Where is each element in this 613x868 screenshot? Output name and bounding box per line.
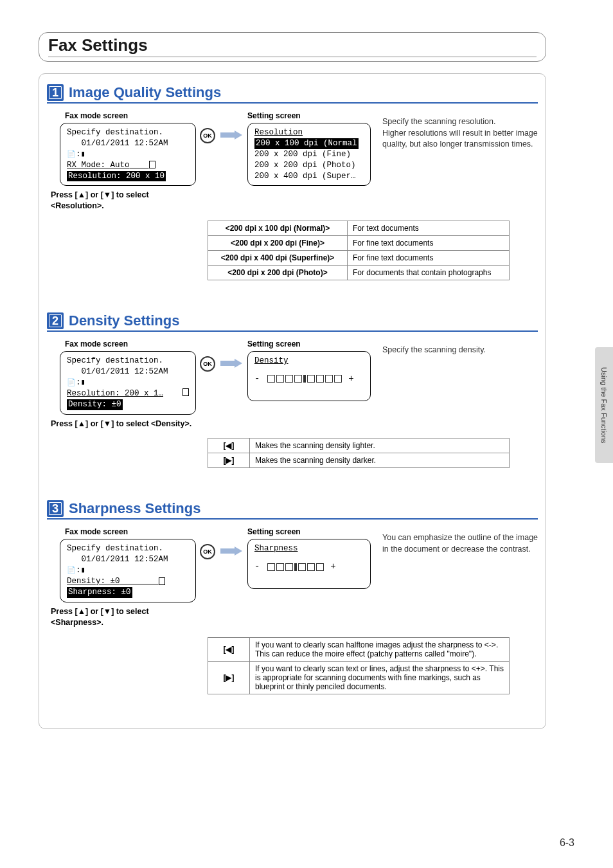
lcd-line-selected: Sharpness: ±0 xyxy=(67,587,189,598)
svg-marker-1 xyxy=(220,359,242,368)
section-title-1: Image Quality Settings xyxy=(69,84,221,101)
label-fax-mode-screen: Fax mode screen xyxy=(65,527,195,536)
page-title: Fax Settings xyxy=(48,35,537,57)
lcd-line: RX Mode: Auto xyxy=(67,160,189,171)
scroll-icon xyxy=(159,577,165,585)
section-title-3: Sharpness Settings xyxy=(69,500,200,517)
table-row: <200 dpi x 400 dpi (Superfine)> For fine… xyxy=(208,251,510,266)
lcd-line: Specify destination. xyxy=(67,356,189,366)
lcd-line-selected: Resolution: 200 x 10 xyxy=(67,171,189,182)
instruction-2: Press [▲] or [▼] to select <Density>. xyxy=(51,419,195,429)
desc-line: Higher resolutions will result in better… xyxy=(382,128,543,150)
cell: For text documents xyxy=(348,221,510,236)
lcd-fax-3: Specify destination. 01/01/2011 12:52AM … xyxy=(60,539,196,602)
cell: For fine text documents xyxy=(348,251,510,266)
lcd-line: 01/01/2011 12:52AM xyxy=(67,138,189,149)
step-badge-2: 2 xyxy=(47,312,64,329)
resolution-table: <200 dpi x 100 dpi (Normal)> For text do… xyxy=(208,221,510,280)
cell: <200 dpi x 200 dpi (Photo)> xyxy=(208,266,348,280)
lcd-option-selected: 200 x 100 dpi (Normal xyxy=(254,138,364,149)
right-arrow-icon: [▶] xyxy=(208,453,250,468)
lcd-title: Density xyxy=(254,356,364,366)
svg-marker-0 xyxy=(220,131,242,140)
label-fax-mode-screen: Fax mode screen xyxy=(65,339,195,348)
sharpness-table: [◀] If you want to clearly scan halftone… xyxy=(208,637,510,694)
lcd-setting-2: Density - + xyxy=(247,351,371,401)
step-badge-1: 1 xyxy=(47,84,64,101)
desc-3: You can emphasize the outline of the ima… xyxy=(382,532,543,555)
cell: <200 dpi x 400 dpi (Superfine)> xyxy=(208,251,348,266)
label-setting-screen: Setting screen xyxy=(247,339,371,348)
sharpness-gauge: - + xyxy=(254,561,364,573)
lcd-line: Density: ±0 xyxy=(67,576,189,587)
right-arrow-icon: [▶] xyxy=(208,661,250,694)
section-density: 2 Density Settings Fax mode screen Speci… xyxy=(47,312,538,468)
cell: <200 dpi x 200 dpi (Fine)> xyxy=(208,236,348,251)
desc-line: Specify the scanning resolution. xyxy=(382,116,543,128)
cell: For fine text documents xyxy=(348,236,510,251)
cell: Makes the scanning density darker. xyxy=(250,453,510,468)
cell: <200 dpi x 100 dpi (Normal)> xyxy=(208,221,348,236)
section-sharpness: 3 Sharpness Settings Fax mode screen Spe… xyxy=(47,500,538,694)
table-row: <200 dpi x 200 dpi (Photo)> For document… xyxy=(208,266,510,280)
content-frame: 1 Image Quality Settings Fax mode screen… xyxy=(39,73,546,729)
lcd-title: Resolution xyxy=(254,127,364,138)
document-icon xyxy=(67,566,76,575)
lcd-line: :▮ xyxy=(67,377,189,388)
table-row: [◀] If you want to clearly scan halftone… xyxy=(208,637,510,661)
label-fax-mode-screen: Fax mode screen xyxy=(65,111,195,120)
lcd-line: :▮ xyxy=(67,565,189,576)
table-row: [◀] Makes the scanning density lighter. xyxy=(208,439,510,453)
lcd-fax-1: Specify destination. 01/01/2011 12:52AM … xyxy=(60,123,196,186)
lcd-line: :▮ xyxy=(67,149,189,160)
density-table: [◀] Makes the scanning density lighter. … xyxy=(208,438,510,468)
label-setting-screen: Setting screen xyxy=(247,527,371,536)
table-row: [▶] If you want to clearly scan text or … xyxy=(208,661,510,694)
cell: For documents that contain photographs xyxy=(348,266,510,280)
cell: If you want to clearly scan text or line… xyxy=(250,661,510,694)
lcd-line: Specify destination. xyxy=(67,543,189,554)
side-tab-label: Using the Fax Functions xyxy=(600,367,608,444)
lcd-setting-1: Resolution 200 x 100 dpi (Normal 200 x 2… xyxy=(247,123,371,186)
section-title-2: Density Settings xyxy=(69,312,179,329)
table-row: [▶] Makes the scanning density darker. xyxy=(208,453,510,468)
document-icon xyxy=(67,150,76,159)
section-image-quality: 1 Image Quality Settings Fax mode screen… xyxy=(47,84,538,280)
lcd-option: 200 x 400 dpi (Super… xyxy=(254,171,364,182)
lcd-line: 01/01/2011 12:52AM xyxy=(67,366,189,377)
table-row: <200 dpi x 100 dpi (Normal)> For text do… xyxy=(208,221,510,236)
cell: Makes the scanning density lighter. xyxy=(250,439,510,453)
lcd-option: 200 x 200 dpi (Fine) xyxy=(254,149,364,160)
scroll-icon xyxy=(182,388,189,396)
lcd-title: Sharpness xyxy=(254,543,364,554)
arrow-icon xyxy=(220,547,242,556)
cell: If you want to clearly scan halftone ima… xyxy=(250,637,510,661)
ok-button-icon: OK xyxy=(200,356,215,372)
left-arrow-icon: [◀] xyxy=(208,637,250,661)
lcd-fax-2: Specify destination. 01/01/2011 12:52AM … xyxy=(60,351,196,414)
instruction-1: Press [▲] or [▼] to select <Resolution>. xyxy=(51,190,195,212)
svg-marker-2 xyxy=(220,547,242,556)
page-number: 6-3 xyxy=(560,837,574,849)
scroll-icon xyxy=(149,161,155,168)
arrow-icon xyxy=(220,131,242,140)
desc-2: Specify the scanning density. xyxy=(382,345,543,356)
instruction-3: Press [▲] or [▼] to select <Sharpness>. xyxy=(51,606,195,628)
ok-button-icon: OK xyxy=(200,128,215,143)
lcd-line: Specify destination. xyxy=(67,127,189,138)
label-setting-screen: Setting screen xyxy=(247,111,371,120)
density-gauge: - + xyxy=(254,373,364,385)
table-row: <200 dpi x 200 dpi (Fine)> For fine text… xyxy=(208,236,510,251)
lcd-line: Resolution: 200 x 1… xyxy=(67,388,189,399)
side-tab: Using the Fax Functions xyxy=(595,347,613,463)
lcd-setting-3: Sharpness - + xyxy=(247,539,371,589)
lcd-option: 200 x 200 dpi (Photo) xyxy=(254,160,364,171)
lcd-line-selected: Density: ±0 xyxy=(67,399,189,410)
lcd-line: 01/01/2011 12:52AM xyxy=(67,554,189,565)
arrow-icon xyxy=(220,359,242,368)
ok-button-icon: OK xyxy=(200,544,215,559)
step-badge-3: 3 xyxy=(47,500,64,517)
page-title-frame: Fax Settings xyxy=(39,32,546,62)
left-arrow-icon: [◀] xyxy=(208,439,250,453)
document-icon xyxy=(67,378,76,387)
